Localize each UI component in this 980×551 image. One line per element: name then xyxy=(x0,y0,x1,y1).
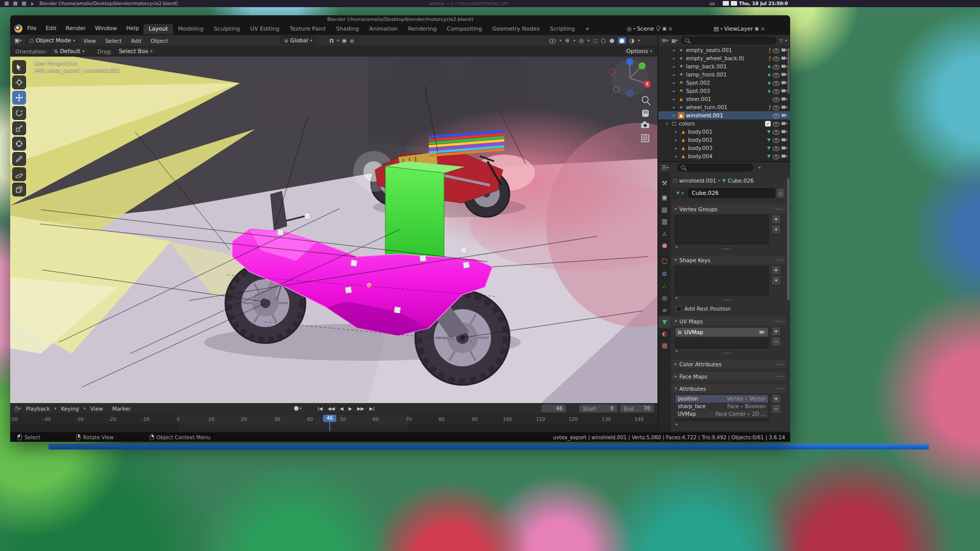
snap-controls[interactable]: U ▾ ◉ ◍ xyxy=(329,37,354,44)
drag-grip[interactable] xyxy=(776,209,783,210)
section-uv-maps[interactable]: ▾ UV Maps xyxy=(672,317,786,325)
workspace-tab-modeling[interactable]: Modeling xyxy=(173,24,209,34)
disable-render-icon[interactable] xyxy=(781,47,788,54)
disable-render-icon[interactable] xyxy=(781,120,788,127)
workspace-tab-layout[interactable]: Layout xyxy=(143,24,173,34)
expand-icon[interactable]: ▸ xyxy=(676,422,678,427)
drag-grip[interactable] xyxy=(776,388,783,389)
outliner-search[interactable] xyxy=(681,37,776,44)
next-keyframe-button[interactable]: ▶▶ xyxy=(355,405,366,412)
hide-eye-icon[interactable] xyxy=(772,55,779,62)
vertex-groups-list[interactable] xyxy=(675,215,769,244)
disable-render-icon[interactable] xyxy=(781,104,788,111)
frame-start-field[interactable]: Start0 xyxy=(579,404,618,413)
disable-render-icon[interactable] xyxy=(781,112,788,119)
os-files-icon[interactable] xyxy=(13,2,17,6)
proportional-editing-icon[interactable]: ◉ xyxy=(342,37,347,44)
section-face-maps[interactable]: ▸ Face Maps xyxy=(672,372,786,381)
menu-object[interactable]: Object xyxy=(146,35,173,46)
tool-annotate[interactable] xyxy=(12,152,26,166)
shape-key-specials-button[interactable]: ▾ xyxy=(772,276,780,285)
filter-icon[interactable]: ▽ xyxy=(779,38,783,43)
workspace-tab-geometry-nodes[interactable]: Geometry Nodes xyxy=(487,24,545,34)
editor-type-icon[interactable]: ☰ xyxy=(662,164,667,171)
unlink-scene-icon[interactable]: × xyxy=(668,26,673,32)
timeline-ruler[interactable]: -50 -40 -30 -20 -10 0 10 20 30 40 50 60 … xyxy=(10,414,657,431)
visibility-icon[interactable] xyxy=(549,37,556,44)
hide-eye-icon[interactable] xyxy=(772,153,779,160)
disable-render-icon[interactable] xyxy=(781,71,788,78)
disable-render-icon[interactable] xyxy=(781,88,788,94)
add-rest-position-checkbox[interactable] xyxy=(676,306,681,312)
outliner-item[interactable]: ▸☀lamp_back.001◆ xyxy=(658,62,790,70)
menu-view[interactable]: View xyxy=(86,403,108,414)
properties-search[interactable] xyxy=(677,164,753,171)
outliner-item[interactable]: ▸+empty_seats.001ƒ xyxy=(658,46,790,54)
outliner-item[interactable]: ▸☀Spot.003◆ xyxy=(658,87,790,95)
bottom-taskbar[interactable] xyxy=(48,444,929,449)
pin-icon[interactable] xyxy=(655,26,660,32)
tool-cursor[interactable] xyxy=(12,76,26,89)
transform-orientation-dropdown[interactable]: ⊕ Global ▾ xyxy=(281,36,316,45)
menu-select[interactable]: Select xyxy=(101,35,126,46)
tray-icon[interactable] xyxy=(731,1,737,6)
expand-icon[interactable]: ▸ xyxy=(676,295,678,300)
remove-uv-map-button[interactable]: − xyxy=(772,337,780,346)
uvmap-list-item[interactable]: ▦ UVMap xyxy=(675,328,768,337)
blender-logo-icon[interactable] xyxy=(14,24,22,33)
menu-help[interactable]: Help xyxy=(121,23,143,34)
tab-render[interactable]: ▣ xyxy=(658,191,671,204)
hide-eye-icon[interactable] xyxy=(772,63,779,70)
overlays-toggle-icon[interactable]: ◎ xyxy=(579,37,584,44)
drag-dropdown[interactable]: Select Box ▾ xyxy=(115,47,156,56)
tool-move[interactable] xyxy=(12,91,26,105)
workspace-tab-animation[interactable]: Animation xyxy=(364,24,403,34)
workspace-tab-uv-editing[interactable]: UV Editing xyxy=(245,24,284,34)
expand-icon[interactable]: ▸ xyxy=(676,244,678,249)
outliner-item[interactable]: ▸▲body.001▼ xyxy=(658,128,790,136)
outliner-item[interactable]: ▸▲body.002▼ xyxy=(658,136,790,144)
tab-scene[interactable]: △ xyxy=(658,227,671,239)
tab-object[interactable]: ▢ xyxy=(658,255,671,267)
menu-file[interactable]: File xyxy=(22,23,41,34)
options-dropdown[interactable]: Options ▾ xyxy=(623,47,655,56)
viewport-scene[interactable]: X xyxy=(10,57,657,403)
drag-grip[interactable] xyxy=(776,364,783,365)
outliner-item[interactable]: ▸▲body.003▼ xyxy=(658,144,790,152)
outliner-item[interactable]: ▸☀lamp_front.001◆ xyxy=(658,70,790,79)
add-vertex-group-button[interactable]: + xyxy=(772,215,780,223)
jump-to-start-button[interactable]: |◀ xyxy=(315,405,325,412)
resize-grip[interactable] xyxy=(723,353,730,354)
editor-type-icon[interactable]: ≡ xyxy=(662,37,666,44)
workspace-tab-sculpting[interactable]: Sculpting xyxy=(209,24,245,34)
resize-grip[interactable] xyxy=(723,299,730,300)
tool-select-box[interactable] xyxy=(12,60,26,74)
disable-render-icon[interactable] xyxy=(781,80,788,86)
properties-scrollbar[interactable] xyxy=(787,178,790,300)
disable-render-icon[interactable] xyxy=(781,145,788,152)
os-window-title[interactable]: Blender [/home/amalie/Desktop/blender/mo… xyxy=(39,1,178,6)
outliner-collection[interactable]: ▾□colors✓ xyxy=(658,119,790,128)
hide-eye-icon[interactable] xyxy=(772,88,779,94)
outliner-item-active[interactable]: ▸▲winshield.001 xyxy=(658,111,790,119)
menu-edit[interactable]: Edit xyxy=(41,23,61,34)
hide-eye-icon[interactable] xyxy=(772,145,779,152)
os-clock[interactable]: Thu, 18 Jul 21:50:0 xyxy=(739,1,788,6)
disable-render-icon[interactable] xyxy=(781,129,788,135)
jump-to-end-button[interactable]: ▶| xyxy=(368,405,377,412)
menu-playback[interactable]: Playback xyxy=(21,403,55,414)
tab-tool[interactable]: ⚒ xyxy=(658,177,671,189)
workspace-tab-texture-paint[interactable]: Texture Paint xyxy=(285,24,331,34)
uv-maps-list[interactable]: ▦ UVMap xyxy=(675,327,769,348)
disable-render-icon[interactable] xyxy=(781,96,788,103)
disable-render-icon[interactable] xyxy=(781,153,788,160)
hide-eye-icon[interactable] xyxy=(772,80,779,86)
playhead-frame-badge[interactable]: 46 xyxy=(323,415,336,422)
disable-render-icon[interactable] xyxy=(781,137,788,143)
breadcrumb-data[interactable]: Cube.026 xyxy=(728,178,754,184)
os-window-icon[interactable] xyxy=(22,2,26,6)
tab-output[interactable]: ▤ xyxy=(658,204,671,216)
viewport-3d[interactable]: X User Perspective (46) uvtex_export | w… xyxy=(10,57,657,403)
menu-render[interactable]: Render xyxy=(61,23,90,34)
play-button[interactable]: ▶ xyxy=(347,405,354,412)
